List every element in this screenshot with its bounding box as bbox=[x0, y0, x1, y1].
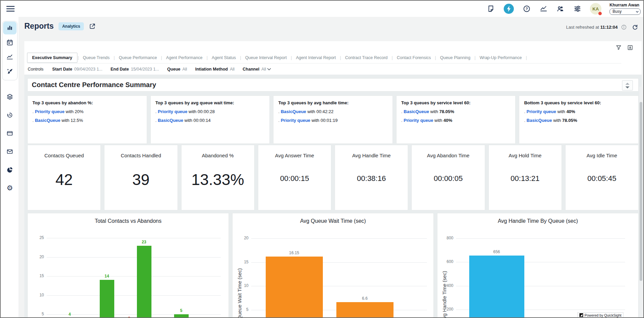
tab-queue-performance[interactable]: Queue Performance bbox=[115, 53, 161, 62]
insight-value: 40% bbox=[444, 118, 452, 123]
bar-value-label: 16.15 bbox=[282, 250, 306, 255]
filter-channel[interactable]: ChannelAll bbox=[243, 67, 266, 72]
sidebar-item-reports[interactable] bbox=[3, 22, 17, 34]
refresh-icon[interactable] bbox=[631, 24, 639, 31]
bullet: . bbox=[401, 118, 404, 123]
notepad-icon[interactable] bbox=[486, 4, 495, 13]
insight-value: 00:42:22 bbox=[316, 109, 334, 114]
bar-total-contacts-vs-abandons-23[interactable] bbox=[137, 246, 151, 318]
flash-icon[interactable] bbox=[503, 3, 514, 14]
bar-avg-queue-wait-time-sec-6.6[interactable] bbox=[336, 302, 393, 318]
sidebar-item-settings[interactable]: ⚙ bbox=[3, 181, 17, 194]
tab-agent-status[interactable]: Agent Status bbox=[208, 53, 240, 62]
charts-row: Total Contacts vs Abandons51015202541432… bbox=[27, 213, 639, 318]
controls-expand-chevron-icon[interactable] bbox=[266, 66, 272, 72]
gridline bbox=[47, 276, 221, 276]
hamburger-menu-icon[interactable] bbox=[6, 5, 15, 13]
tab-executive-summary[interactable]: Executive Summary bbox=[27, 53, 77, 63]
y-tick-label: 800 bbox=[437, 236, 453, 240]
insight-item: . BasicQueue with 00:42:22 bbox=[278, 109, 388, 114]
insight-value: 00:01:19 bbox=[320, 118, 338, 123]
filter-icon[interactable] bbox=[615, 44, 622, 51]
queue-link-priority-queue[interactable]: Priority queue bbox=[527, 109, 556, 114]
pie-chart-icon bbox=[6, 166, 14, 174]
tab-agent-interval-report[interactable]: Agent Interval Report bbox=[292, 53, 339, 62]
queue-link-priority-queue[interactable]: Priority queue bbox=[35, 109, 64, 114]
line-chart-icon bbox=[6, 53, 14, 61]
bar-total-contacts-vs-abandons-5[interactable] bbox=[174, 314, 189, 318]
filter-intiation-method[interactable]: Intiation MethodAll bbox=[195, 67, 234, 72]
tab-agent-performance[interactable]: Agent Performance bbox=[162, 53, 206, 62]
sliders-icon[interactable] bbox=[573, 4, 582, 13]
metrics-icon[interactable] bbox=[539, 4, 548, 13]
export-icon[interactable] bbox=[627, 44, 634, 51]
queue-link-basicqueue[interactable]: BasicQueue bbox=[281, 109, 306, 114]
scrollbar-thumb[interactable] bbox=[640, 102, 642, 281]
queue-link-basicqueue[interactable]: BasicQueue bbox=[158, 118, 183, 123]
analytics-badge: Analytics bbox=[58, 22, 84, 30]
bullet: . bbox=[524, 109, 526, 114]
y-tick-label: 5 bbox=[233, 307, 248, 312]
kpi-value: 00:38:16 bbox=[335, 174, 408, 183]
tab-separator: | bbox=[525, 55, 527, 60]
sidebar-item-trends[interactable] bbox=[3, 51, 17, 63]
filter-start-date[interactable]: Start Date09/04/2023 1... bbox=[52, 67, 102, 72]
queue-link-priority-queue[interactable]: Priority queue bbox=[404, 118, 433, 123]
sidebar-item-calendar[interactable] bbox=[3, 36, 17, 49]
sidebar-item-window[interactable] bbox=[3, 127, 17, 140]
spinner-down-button[interactable] bbox=[625, 86, 629, 88]
filter-queue[interactable]: QueueAll bbox=[167, 67, 187, 72]
bar-avg-queue-wait-time-sec-16.15[interactable] bbox=[266, 257, 323, 318]
external-link-icon[interactable] bbox=[89, 23, 96, 30]
user-name: Khurram Awan bbox=[610, 3, 641, 7]
queue-link-priority-queue[interactable]: Priority queue bbox=[158, 109, 187, 114]
bar-avg-handle-time-by-queue-sec-656[interactable] bbox=[469, 256, 524, 318]
tab-queue-trends[interactable]: Queue Trends bbox=[79, 53, 113, 62]
controls-label: Controls bbox=[28, 67, 44, 72]
tab-wrap-up-performance[interactable]: Wrap-Up Performance bbox=[476, 53, 526, 62]
avatar[interactable]: KA bbox=[590, 3, 601, 15]
kpi-value: 00:00:15 bbox=[258, 174, 331, 183]
quicksight-logo-icon bbox=[579, 313, 583, 317]
chart-avg-handle-time-by-queue-sec: Avg Handle Time By Queue (sec)Avg Handle… bbox=[437, 213, 639, 318]
agents-icon[interactable] bbox=[556, 4, 565, 13]
sidebar-item-mail[interactable] bbox=[3, 145, 17, 158]
info-icon[interactable] bbox=[621, 24, 627, 30]
queue-link-basicqueue[interactable]: BasicQueue bbox=[527, 118, 552, 123]
kpi-label: Contacts Queued bbox=[28, 153, 100, 158]
kpi-card-avg-hold-time: Avg Hold Time00:13:21 bbox=[488, 145, 562, 210]
filter-end-date[interactable]: End Date15/04/2023 1... bbox=[111, 67, 159, 72]
spinner-up-button[interactable] bbox=[625, 83, 629, 85]
chart-title: Avg Queue Wait Time (sec) bbox=[233, 218, 433, 224]
window-icon bbox=[6, 130, 14, 137]
kpi-card-avg-handle-time: Avg Handle Time00:38:16 bbox=[335, 145, 408, 210]
insight-connector: with bbox=[310, 118, 320, 123]
bar-total-contacts-vs-abandons-14[interactable] bbox=[100, 280, 114, 318]
kpi-label: Avg Hold Time bbox=[489, 153, 562, 158]
tab-contact-forensics[interactable]: Contact Forensics bbox=[393, 53, 435, 62]
sidebar-item-pie[interactable] bbox=[3, 163, 17, 176]
user-block: Khurram Awan Busy bbox=[610, 3, 641, 15]
y-tick-label: 15 bbox=[233, 260, 248, 264]
sidebar-item-layers[interactable] bbox=[3, 90, 17, 103]
kpi-value: 39 bbox=[104, 170, 177, 189]
status-select[interactable]: Busy bbox=[610, 8, 641, 15]
tab-queue-planning[interactable]: Queue Planning bbox=[436, 53, 474, 62]
app-window: ? KA bbox=[0, 0, 644, 318]
sidebar-item-history[interactable] bbox=[3, 109, 17, 122]
sidebar-item-design[interactable] bbox=[3, 65, 17, 78]
tab-queue-interval-report[interactable]: Queue Interval Report bbox=[241, 53, 290, 62]
insight-value: 00:00:14 bbox=[193, 118, 211, 123]
queue-link-priority-queue[interactable]: Priority queue bbox=[281, 118, 310, 123]
queue-link-basicqueue[interactable]: BasicQueue bbox=[404, 109, 429, 114]
insight-connector: with bbox=[552, 118, 562, 123]
sheet-heading: Contact Centre Performance Summary bbox=[28, 81, 156, 89]
insight-value: 78.05% bbox=[439, 109, 454, 114]
help-icon[interactable]: ? bbox=[522, 4, 531, 13]
queue-link-basicqueue[interactable]: BasicQueue bbox=[35, 118, 60, 123]
insight-item: . Priority queue with 40% bbox=[524, 109, 634, 114]
tab-contract-trace-record[interactable]: Contract Trace Record bbox=[341, 53, 391, 62]
insight-item: . BasicQueue with 78.05% bbox=[401, 109, 511, 114]
insight-item: . BasicQueue with 12.5% bbox=[32, 118, 142, 123]
insight-connector: with bbox=[60, 118, 70, 123]
